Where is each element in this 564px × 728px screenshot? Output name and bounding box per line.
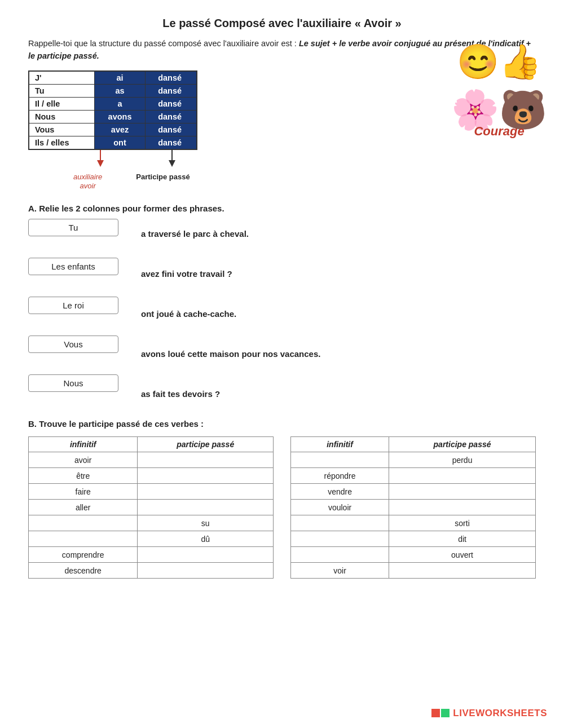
footer-logo	[431, 709, 450, 718]
verb-cell: dansé	[146, 123, 197, 136]
participe-cell[interactable]: dit	[389, 531, 536, 547]
phrases-column: a traversé le parc à cheval.avez fini vo…	[141, 219, 320, 403]
subject-box[interactable]: Les enfants	[28, 258, 118, 275]
phrase-item: avez fini votre travail ?	[141, 264, 320, 283]
subject-box[interactable]: Vous	[28, 336, 118, 353]
participe-cell[interactable]	[138, 563, 274, 579]
verb-table-row: sorti	[291, 515, 536, 531]
participe-cell[interactable]	[138, 500, 274, 515]
arrows-row	[28, 150, 197, 170]
infinitif-cell	[29, 515, 138, 531]
svg-marker-3	[169, 160, 175, 167]
infinitif-cell: comprendre	[29, 547, 138, 563]
conjugation-labels: auxiliaire avoir Participe passé	[28, 173, 197, 192]
infinitif-cell	[291, 547, 389, 563]
subject-box[interactable]: Le roi	[28, 297, 118, 314]
footer: LIVEWORKSHEETS	[431, 708, 547, 719]
verb-table-row: vendre	[291, 484, 536, 500]
participe-cell[interactable]: sorti	[389, 515, 536, 531]
participe-cell[interactable]: perdu	[389, 452, 536, 468]
participe-cell[interactable]	[138, 468, 274, 484]
participe-cell[interactable]: su	[138, 515, 274, 531]
conjugation-row: Tuasdansé	[29, 84, 197, 97]
infinitif-cell	[291, 531, 389, 547]
verb-table-row: comprendre	[29, 547, 274, 563]
verb-cell: dansé	[146, 97, 197, 110]
verb-table-row: ouvert	[291, 547, 536, 563]
verb-cell: dansé	[146, 110, 197, 123]
verb-table-row: perdu	[291, 452, 536, 468]
verb-table-row: dû	[29, 531, 274, 547]
verb-cell: dansé	[146, 84, 197, 97]
infinitif-cell: avoir	[29, 452, 138, 468]
participe-cell[interactable]	[138, 484, 274, 500]
verb-cell: dansé	[146, 71, 197, 85]
svg-rect-5	[441, 709, 450, 717]
verb-table-row: descendre	[29, 563, 274, 579]
participe-cell[interactable]: ouvert	[389, 547, 536, 563]
verb-table-left: infinitifparticipe passé avoirêtrefairea…	[28, 436, 274, 579]
pronoun-cell: Vous	[29, 123, 94, 136]
conjugation-wrapper: J'aidanséTuasdanséIl / elleadanséNousavo…	[28, 70, 197, 192]
verb-table-row: faire	[29, 484, 274, 500]
arrow-participe-icon	[161, 150, 183, 167]
subject-box[interactable]: Nous	[28, 374, 118, 392]
pronoun-cell: Nous	[29, 110, 94, 123]
section-a-title: A. Relie les 2 colonnes pour former des …	[28, 204, 536, 213]
participe-cell[interactable]	[389, 468, 536, 484]
phrase-item: as fait tes devoirs ?	[141, 385, 320, 403]
participe-cell[interactable]	[138, 547, 274, 563]
subject-box[interactable]: Tu	[28, 219, 118, 236]
conjugation-row: Nousavonsdansé	[29, 110, 197, 123]
participe-cell[interactable]	[389, 484, 536, 500]
infinitif-cell: voir	[291, 563, 389, 579]
aux-cell: a	[94, 97, 146, 110]
label-participe: Participe passé	[136, 173, 190, 192]
phrase-item: avons loué cette maison pour nos vacance…	[141, 345, 320, 363]
phrase-item: ont joué à cache-cache.	[141, 305, 320, 323]
verb-table-row: répondre	[291, 468, 536, 484]
footer-text: LIVEWORKSHEETS	[453, 708, 547, 719]
column-header: infinitif	[291, 437, 389, 452]
intro-plain: Rappelle-toi que la structure du passé c…	[28, 39, 297, 48]
label-auxiliaire: auxiliaire avoir	[73, 173, 102, 192]
verb-cell: dansé	[146, 136, 197, 149]
aux-cell: as	[94, 84, 146, 97]
verb-table-row: su	[29, 515, 274, 531]
page-title: Le passé Composé avec l'auxiliaire « Avo…	[28, 17, 536, 30]
conjugation-row: J'aidansé	[29, 71, 197, 85]
svg-rect-4	[431, 709, 440, 717]
infinitif-cell	[291, 452, 389, 468]
aux-cell: ai	[94, 71, 146, 85]
pronoun-cell: Ils / elles	[29, 136, 94, 149]
verb-table-row: voir	[291, 563, 536, 579]
participe-cell[interactable]	[389, 500, 536, 515]
column-header: infinitif	[29, 437, 138, 452]
conjugation-row: Ils / ellesontdansé	[29, 136, 197, 149]
conjugation-table: J'aidanséTuasdanséIl / elleadanséNousavo…	[28, 70, 197, 150]
participe-cell[interactable]	[138, 452, 274, 468]
infinitif-cell	[291, 515, 389, 531]
pronoun-cell: Il / elle	[29, 97, 94, 110]
aux-cell: avons	[94, 110, 146, 123]
column-header: participe passé	[138, 437, 274, 452]
pronoun-cell: J'	[29, 71, 94, 85]
section-b-title: B. Trouve le participe passé de ces verb…	[28, 419, 536, 429]
participe-cell[interactable]	[389, 563, 536, 579]
verb-tables-row: infinitifparticipe passé avoirêtrefairea…	[28, 436, 536, 579]
column-header: participe passé	[389, 437, 536, 452]
infinitif-cell: répondre	[291, 468, 389, 484]
verb-table-right: infinitifparticipe passé perdurépondreve…	[290, 436, 536, 579]
infinitif-cell: vouloir	[291, 500, 389, 515]
verb-table-row: aller	[29, 500, 274, 515]
infinitif-cell: être	[29, 468, 138, 484]
verb-table-row: dit	[291, 531, 536, 547]
conjugation-row: Il / elleadansé	[29, 97, 197, 110]
verb-table-row: être	[29, 468, 274, 484]
participe-cell[interactable]: dû	[138, 531, 274, 547]
matching-exercise: TuLes enfantsLe roiVousNous a traversé l…	[28, 219, 536, 403]
footer-worksheets: WORKSHEETS	[475, 708, 547, 718]
conjugation-row: Vousavezdansé	[29, 123, 197, 136]
verb-table-row: avoir	[29, 452, 274, 468]
infinitif-cell: aller	[29, 500, 138, 515]
